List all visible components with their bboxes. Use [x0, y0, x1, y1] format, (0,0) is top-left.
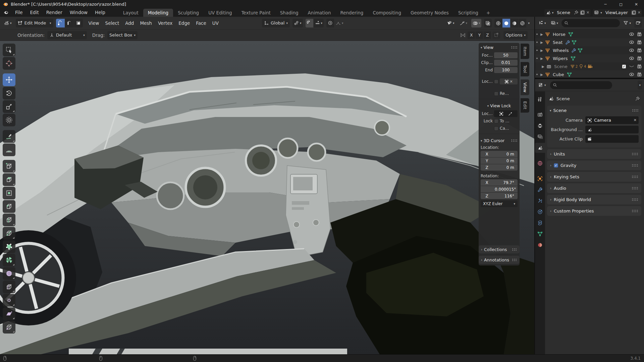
section-rigid-body-world[interactable]: ›Rigid Body World: [547, 195, 641, 204]
object-name[interactable]: Wheels: [553, 48, 569, 53]
menu-help[interactable]: Help: [91, 8, 109, 17]
hide-eye-icon[interactable]: [629, 40, 634, 45]
xray-toggle-button[interactable]: [484, 19, 492, 27]
mirror-z-button[interactable]: Z: [484, 32, 491, 39]
tool-move-button[interactable]: [3, 73, 15, 86]
tool-edge-slide-button[interactable]: [3, 281, 15, 293]
cursor-rotation-y-field[interactable]: 0.000015°: [481, 186, 518, 192]
tool-loop-cut-button[interactable]: [3, 214, 15, 226]
section-keying-sets[interactable]: ›Keying Sets: [547, 172, 641, 182]
tool-rotate-button[interactable]: [3, 87, 15, 100]
tab-uv-editing[interactable]: UV Editing: [204, 9, 236, 17]
lock-camera-checkbox[interactable]: [494, 126, 498, 131]
outliner-filter-button[interactable]: ▾: [622, 19, 632, 27]
tool-annotate-button[interactable]: [3, 130, 15, 143]
cursor-rotation-z-field[interactable]: Z116°: [481, 193, 518, 199]
view-layer-name[interactable]: ViewLayer: [603, 10, 630, 15]
tool-extrude-region-button[interactable]: [3, 173, 15, 186]
focal-length-field[interactable]: 50: [494, 52, 518, 58]
expand-icon[interactable]: ▶: [540, 49, 544, 52]
new-collection-button[interactable]: [634, 19, 642, 27]
new-scene-icon[interactable]: [580, 10, 585, 15]
cursor-location-x-field[interactable]: X0 m: [481, 151, 518, 157]
menu-render[interactable]: Render: [43, 8, 66, 17]
gizmos-dropdown[interactable]: ▾: [458, 19, 469, 27]
vertex-select-button[interactable]: [56, 19, 65, 27]
outliner-display-mode-button[interactable]: ▾: [549, 19, 560, 27]
outliner-row-wheels[interactable]: ▶Wheels: [535, 46, 644, 54]
new-view-layer-icon[interactable]: [631, 10, 636, 15]
properties-tab-scene[interactable]: [535, 143, 545, 153]
menu-edit[interactable]: Edit: [26, 8, 43, 17]
pin-icon[interactable]: [574, 10, 579, 15]
scene-selector[interactable]: ▾ Scene ✕: [544, 9, 591, 16]
tool-rip-region-button[interactable]: [3, 321, 15, 334]
show-object-types-dropdown[interactable]: ▾: [445, 19, 456, 27]
collections-panel-header[interactable]: › Collections: [479, 245, 520, 253]
section-gravity[interactable]: ›✓Gravity: [547, 161, 641, 170]
shading-dropdown[interactable]: ▾: [527, 19, 531, 27]
object-name[interactable]: Horse: [553, 32, 566, 37]
properties-tab-physics[interactable]: [535, 207, 545, 217]
properties-tab-output[interactable]: [535, 121, 545, 131]
remove-view-layer-icon[interactable]: ✕: [638, 10, 641, 15]
viewport-menu-view[interactable]: View: [86, 20, 102, 26]
tool-spin-button[interactable]: [3, 254, 15, 266]
close-button[interactable]: ✕: [629, 0, 644, 8]
drag-setting-dropdown[interactable]: Select Box ▾: [107, 31, 138, 39]
outliner-row-cube[interactable]: ▶Cube: [535, 70, 644, 78]
tab-animation[interactable]: Animation: [303, 9, 336, 17]
local-camera-checkbox[interactable]: [494, 79, 498, 84]
viewport-menu-vertex[interactable]: Vertex: [155, 20, 175, 26]
shading-solid-button[interactable]: [502, 19, 510, 27]
expand-icon[interactable]: ▶: [540, 57, 544, 60]
blender-app-menu[interactable]: [0, 8, 11, 17]
mirror-y-button[interactable]: Y: [476, 32, 483, 39]
active-clip-field[interactable]: [585, 135, 639, 143]
section-custom-properties[interactable]: ›Custom Properties: [547, 206, 641, 216]
mirror-x-button[interactable]: X: [468, 32, 475, 39]
shading-rendered-button[interactable]: [519, 19, 526, 27]
hide-eye-icon[interactable]: [629, 48, 634, 53]
disable-render-camera-icon[interactable]: [637, 48, 642, 53]
tool-select-box-button[interactable]: [3, 44, 15, 56]
hide-eye-icon[interactable]: [629, 72, 634, 77]
cursor-rotation-x-field[interactable]: X79.7°: [481, 179, 518, 186]
properties-tab-render[interactable]: [535, 110, 545, 120]
object-name[interactable]: Scene: [554, 64, 568, 69]
face-select-button[interactable]: [74, 19, 83, 27]
tab-shading[interactable]: Shading: [275, 9, 303, 17]
local-camera-object-field[interactable]: ✕: [500, 78, 518, 84]
tool-add-cube-button[interactable]: [3, 160, 15, 173]
outliner-row-scene[interactable]: ▶Scene24✓: [535, 62, 644, 70]
edge-select-button[interactable]: [65, 19, 74, 27]
lock-to-3d-cursor-checkbox[interactable]: [494, 119, 498, 123]
scene-panel-header[interactable]: ▾Scene: [547, 106, 641, 115]
outliner-editor-type-button[interactable]: ▾: [537, 19, 547, 27]
eye-closed-icon[interactable]: [629, 64, 634, 69]
breadcrumb-scene[interactable]: Scene: [556, 96, 570, 101]
object-name[interactable]: Wipers: [553, 56, 568, 61]
tool-scale-button[interactable]: [3, 100, 15, 113]
properties-tab-data[interactable]: [535, 229, 545, 239]
gravity-checkbox[interactable]: ✓: [554, 163, 558, 168]
tab-compositing[interactable]: Compositing: [368, 9, 406, 17]
eyedropper-icon[interactable]: [508, 112, 513, 116]
tool-knife-button[interactable]: [3, 227, 15, 240]
add-workspace-button[interactable]: +: [483, 9, 493, 17]
cursor-panel-header[interactable]: ▾3D Cursor: [479, 136, 520, 144]
drag-grip-icon[interactable]: [511, 139, 518, 142]
options-dropdown[interactable]: Options ▾: [503, 31, 528, 39]
tab-modeling[interactable]: Modeling: [143, 9, 173, 17]
snap-settings-dropdown[interactable]: ▾: [314, 19, 324, 27]
n-panel-tab-item[interactable]: Item: [521, 44, 529, 59]
unlink-scene-icon[interactable]: ✕: [586, 10, 589, 15]
render-region-checkbox[interactable]: [494, 92, 498, 96]
hide-eye-icon[interactable]: [629, 32, 634, 37]
snap-toggle-button[interactable]: [306, 19, 313, 27]
tab-geometry-nodes[interactable]: Geometry Nodes: [406, 9, 453, 17]
n-panel-tab-tool[interactable]: Tool: [521, 62, 529, 76]
properties-tab-modifiers[interactable]: [535, 185, 545, 195]
exclude-collection-checkbox[interactable]: ✓: [622, 64, 626, 69]
tool-measure-button[interactable]: [3, 143, 15, 156]
